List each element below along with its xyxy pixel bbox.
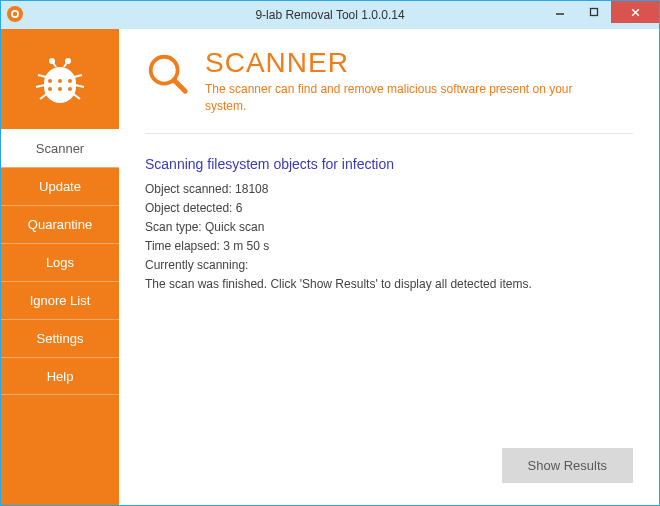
svg-line-14 [75,85,84,87]
sidebar-item-label: Quarantine [28,217,92,232]
sidebar-item-label: Help [47,369,74,384]
objects-scanned: Object scanned: 18108 [145,182,633,196]
sidebar-item-quarantine[interactable]: Quarantine [1,205,119,243]
sidebar-item-update[interactable]: Update [1,167,119,205]
bug-icon [28,47,92,111]
svg-point-20 [58,87,62,91]
sidebar-item-scanner[interactable]: Scanner [1,129,119,167]
objects-detected: Object detected: 6 [145,201,633,215]
finish-message: The scan was finished. Click 'Show Resul… [145,277,633,291]
body-area: Scanner Update Quarantine Logs Ignore Li… [1,29,659,505]
sidebar-item-label: Settings [37,331,84,346]
app-icon [7,6,23,22]
time-elapsed: Time elapsed: 3 m 50 s [145,239,633,253]
app-window: 9-lab Removal Tool 1.0.0.14 [0,0,660,506]
svg-point-19 [48,87,52,91]
logo [1,29,119,129]
maximize-button[interactable] [577,1,611,23]
window-controls [543,1,659,23]
sidebar-item-settings[interactable]: Settings [1,319,119,357]
sidebar-item-label: Ignore List [30,293,91,308]
svg-point-16 [48,79,52,83]
svg-line-10 [38,75,46,77]
close-button[interactable] [611,1,659,23]
show-results-button[interactable]: Show Results [502,448,633,483]
minimize-button[interactable] [543,1,577,23]
page-title: SCANNER [205,47,633,79]
titlebar[interactable]: 9-lab Removal Tool 1.0.0.14 [1,1,659,29]
scan-status: Scanning filesystem objects for infectio… [145,134,633,296]
svg-line-13 [74,75,82,77]
page-subtitle: The scanner can find and remove maliciou… [205,81,585,115]
scan-type: Scan type: Quick scan [145,220,633,234]
page-header: SCANNER The scanner can find and remove … [145,47,633,134]
svg-point-21 [68,87,72,91]
sidebar-item-logs[interactable]: Logs [1,243,119,281]
svg-point-18 [68,79,72,83]
svg-point-17 [58,79,62,83]
sidebar-item-label: Scanner [36,141,84,156]
magnifier-icon [145,51,191,97]
svg-rect-3 [591,9,598,16]
sidebar: Scanner Update Quarantine Logs Ignore Li… [1,29,119,505]
sidebar-item-ignore-list[interactable]: Ignore List [1,281,119,319]
main-panel: SCANNER The scanner can find and remove … [119,29,659,505]
svg-point-1 [13,12,17,16]
currently-scanning: Currently scanning: [145,258,633,272]
svg-line-11 [36,85,45,87]
svg-line-23 [175,81,186,92]
footer: Show Results [145,448,633,489]
status-heading: Scanning filesystem objects for infectio… [145,156,633,172]
sidebar-item-label: Logs [46,255,74,270]
sidebar-item-help[interactable]: Help [1,357,119,395]
sidebar-item-label: Update [39,179,81,194]
